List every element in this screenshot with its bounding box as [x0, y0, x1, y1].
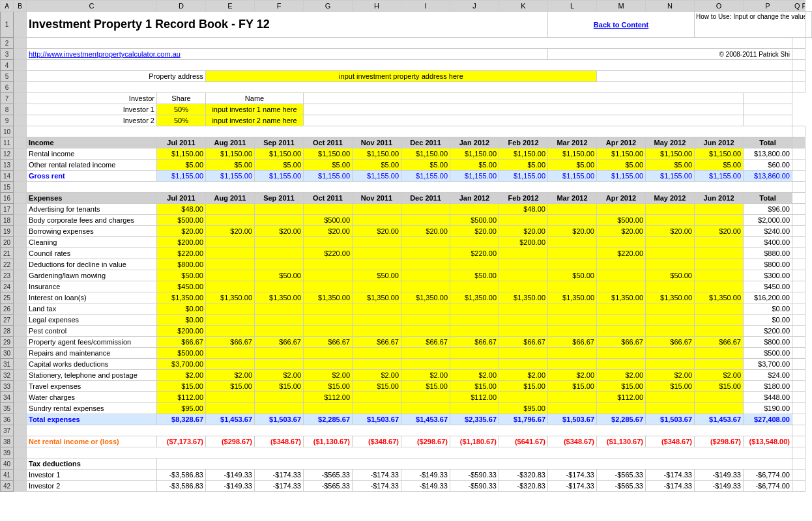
- row-6: 6: [1, 82, 812, 93]
- gardening-label: Gardening/lawn mowing: [27, 270, 157, 281]
- back-to-content-link[interactable]: Back to Content: [548, 12, 695, 38]
- borrowing-row: 19 Borrowing expenses $20.00 $20.00 $20.…: [1, 226, 812, 237]
- col-header-e: E: [206, 1, 255, 12]
- gross-aug: $1,155.00: [206, 171, 255, 182]
- rental-jul[interactable]: $1,150.00: [157, 148, 206, 160]
- month-apr2012: Apr 2012: [597, 137, 646, 148]
- other-apr[interactable]: $5.00: [597, 160, 646, 171]
- col-header-i: I: [401, 1, 450, 12]
- other-may[interactable]: $5.00: [646, 160, 695, 171]
- month-jul2011: Jul 2011: [157, 137, 206, 148]
- body-corporate-label: Body corporate fees and charges: [27, 215, 157, 226]
- other-feb[interactable]: $5.00: [499, 160, 548, 171]
- gross-feb: $1,155.00: [499, 171, 548, 182]
- rental-income-row: 12 Rental income $1,150.00 $1,150.00 $1,…: [1, 148, 812, 160]
- income-label: Income: [27, 137, 157, 148]
- investor2-label: Investor 2: [27, 115, 157, 126]
- col-header-f: F: [255, 1, 304, 12]
- other-jan[interactable]: $5.00: [450, 160, 499, 171]
- stationery-row: 32 Stationery, telephone and postage $2.…: [1, 370, 812, 381]
- other-income-label: Other rental related income: [27, 160, 157, 171]
- other-sep[interactable]: $5.00: [255, 160, 304, 171]
- investor1-share[interactable]: 50%: [157, 104, 206, 115]
- column-header-row: A B C D E F G H I J K L M N O P Q R: [1, 1, 812, 12]
- advertising-row: 17 Advertising for tenants $48.00 $48.00…: [1, 204, 812, 215]
- month-jun2012: Jun 2012: [695, 137, 744, 148]
- tax-investor1-label: Investor 1: [27, 470, 157, 481]
- other-mar[interactable]: $5.00: [548, 160, 597, 171]
- rental-may[interactable]: $1,150.00: [646, 148, 695, 160]
- other-jun[interactable]: $5.00: [695, 160, 744, 171]
- tax-deductions-label: Tax deductions: [27, 458, 157, 470]
- rental-jan[interactable]: $1,150.00: [450, 148, 499, 160]
- name-label: Name: [206, 93, 304, 104]
- council-rates-label: Council rates: [27, 248, 157, 259]
- property-address-input[interactable]: input investment property address here: [206, 71, 597, 82]
- col-header-k: K: [499, 1, 548, 12]
- month-feb2012: Feb 2012: [499, 137, 548, 148]
- spreadsheet: A B C D E F G H I J K L M N O P Q R: [0, 0, 812, 492]
- rental-oct[interactable]: $1,150.00: [304, 148, 353, 160]
- other-dec[interactable]: $5.00: [401, 160, 450, 171]
- gross-jan: $1,155.00: [450, 171, 499, 182]
- col-header-d: D: [157, 1, 206, 12]
- gross-nov: $1,155.00: [353, 171, 401, 182]
- net-income-row: 38 Net rental income or (loss) ($7,173.6…: [1, 436, 812, 447]
- month-sep2011: Sep 2011: [255, 137, 304, 148]
- row-2: 2: [1, 38, 812, 49]
- other-oct[interactable]: $5.00: [304, 160, 353, 171]
- agent-fees-label: Property agent fees/commission: [27, 337, 157, 348]
- total-expenses-row: 36 Total expenses $8,328.67 $1,453.67 $1…: [1, 414, 812, 425]
- rental-dec[interactable]: $1,150.00: [401, 148, 450, 160]
- rental-aug[interactable]: $1,150.00: [206, 148, 255, 160]
- investor1-name[interactable]: input investor 1 name here: [206, 104, 304, 115]
- net-income-label: Net rental income or (loss): [27, 436, 157, 447]
- rental-sep[interactable]: $1,150.00: [255, 148, 304, 160]
- water-charges-label: Water charges: [27, 392, 157, 403]
- rental-nov[interactable]: $1,150.00: [353, 148, 401, 160]
- month-may2012: May 2012: [646, 137, 695, 148]
- month-oct2011: Oct 2011: [304, 137, 353, 148]
- gross-dec: $1,155.00: [401, 171, 450, 182]
- investor2-name[interactable]: input investor 2 name here: [206, 115, 304, 126]
- rental-jun[interactable]: $1,150.00: [695, 148, 744, 160]
- capital-works-row: 31 Capital works deductions $3,700.00 $3…: [1, 359, 812, 370]
- other-aug[interactable]: $5.00: [206, 160, 255, 171]
- pest-control-label: Pest control: [27, 326, 157, 337]
- expenses-label: Expenses: [27, 193, 157, 204]
- agent-fees-row: 29 Property agent fees/commission $66.67…: [1, 337, 812, 348]
- row-15: 15: [1, 182, 812, 193]
- rental-feb[interactable]: $1,150.00: [499, 148, 548, 160]
- land-tax-label: Land tax: [27, 303, 157, 315]
- other-jul[interactable]: $5.00: [157, 160, 206, 171]
- share-label: Share: [157, 93, 206, 104]
- row-39: 39: [1, 447, 812, 458]
- cleaning-row: 20 Cleaning $200.00 $200.00 $400.00: [1, 237, 812, 248]
- gardening-row: 23 Gardening/lawn mowing $50.00 $50.00 $…: [1, 270, 812, 281]
- rental-apr[interactable]: $1,150.00: [597, 148, 646, 160]
- council-rates-row: 21 Council rates $220.00 $220.00 $220.00…: [1, 248, 812, 259]
- col-header-l: L: [548, 1, 597, 12]
- tax-investor1-row: 41 Investor 1 -$3,586.83 -$149.33 -$174.…: [1, 470, 812, 481]
- investor2-share[interactable]: 50%: [157, 115, 206, 126]
- month-mar2012: Mar 2012: [548, 137, 597, 148]
- gross-rent-label: Gross rent: [27, 171, 157, 182]
- row-8: 8 Investor 1 50% input investor 1 name h…: [1, 104, 812, 115]
- tax-header-row: 40 Tax deductions: [1, 458, 812, 470]
- deductions-row: 22 Deductions for decline in value $800.…: [1, 259, 812, 270]
- rental-total: $13,800.00: [744, 148, 792, 160]
- rental-mar[interactable]: $1,150.00: [548, 148, 597, 160]
- other-total: $60.00: [744, 160, 792, 171]
- website-link[interactable]: http://www.investmentpropertycalculator.…: [29, 50, 181, 58]
- water-charges-row: 34 Water charges $112.00 $112.00 $112.00…: [1, 392, 812, 403]
- capital-works-label: Capital works deductions: [27, 359, 157, 370]
- other-nov[interactable]: $5.00: [353, 160, 401, 171]
- col-header-n: N: [646, 1, 695, 12]
- sundry-label: Sundry rental expenses: [27, 403, 157, 414]
- investor-label: Investor: [27, 93, 157, 104]
- tax-investor2-row: 42 Investor 2 -$3,586.83 -$149.33 -$174.…: [1, 481, 812, 492]
- borrowing-label: Borrowing expenses: [27, 226, 157, 237]
- col-header-c: C: [27, 1, 157, 12]
- advertising-label: Advertising for tenants: [27, 204, 157, 215]
- month-jan2012: Jan 2012: [450, 137, 499, 148]
